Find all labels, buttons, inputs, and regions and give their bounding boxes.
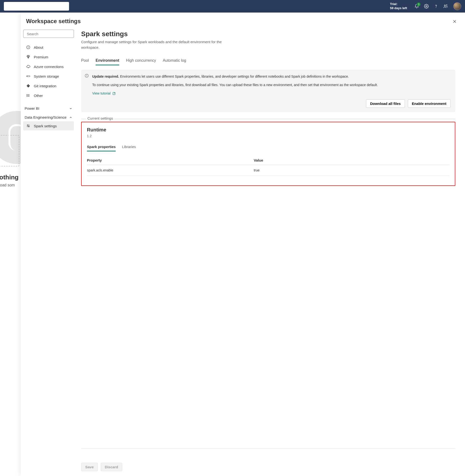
question-icon: [433, 4, 438, 9]
settings-button[interactable]: [422, 1, 431, 11]
trial-line1: Trial:: [390, 2, 407, 6]
svg-point-1: [436, 8, 436, 8]
svg-point-0: [426, 6, 427, 7]
help-button[interactable]: [431, 1, 441, 11]
trial-line2: 59 days left: [390, 6, 407, 10]
notifications-button[interactable]: 3: [412, 1, 422, 11]
account-manager-button[interactable]: [441, 1, 451, 11]
svg-point-3: [446, 5, 447, 5]
notification-badge: 3: [417, 2, 421, 6]
trial-status[interactable]: Trial: 59 days left: [390, 2, 407, 10]
user-avatar[interactable]: [454, 2, 461, 10]
svg-point-2: [444, 5, 445, 6]
global-search-box[interactable]: [4, 2, 69, 10]
top-navigation-bar: Trial: 59 days left 3: [0, 0, 465, 12]
people-icon: [443, 4, 448, 9]
gear-icon: [424, 4, 429, 9]
